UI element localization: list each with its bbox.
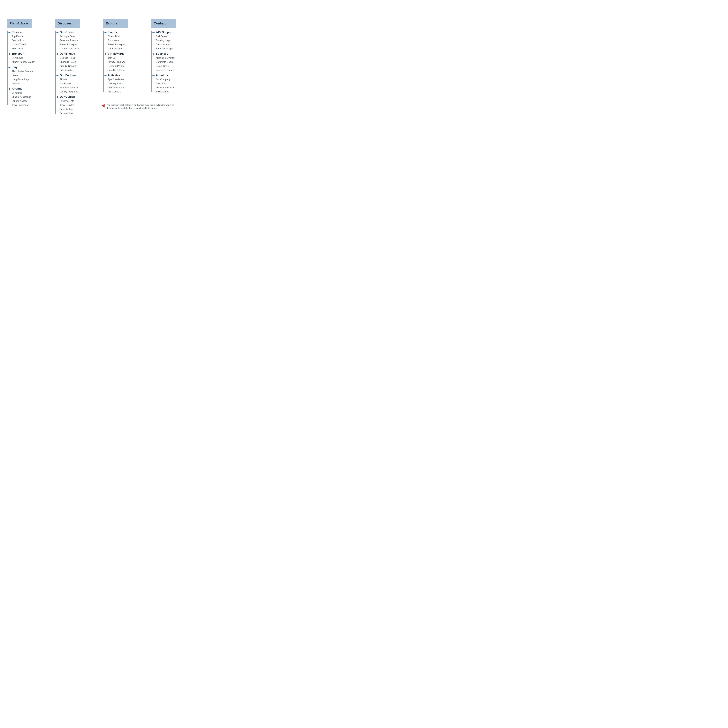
group-items: Rent a Car Airport Transporatation — [12, 56, 48, 64]
list-item: GreenLife — [156, 81, 192, 86]
list-item: Cruises — [12, 81, 48, 86]
group-items: Meeting & Events Corporate Deals Group T… — [156, 56, 192, 72]
list-item: Local Delights — [108, 47, 144, 50]
list-item: Eco-Travel — [12, 47, 48, 50]
group-items: Celestia Hotels Euphoria Hotels Arcadia … — [60, 56, 96, 72]
list-item: Edenia Villas — [60, 68, 96, 72]
column-tree: Events Dine + Drink Excursions Travel Pa… — [103, 31, 144, 94]
group-items: Our Company GreenLife Investor Relations… — [156, 78, 192, 94]
list-item: Packing Tips — [60, 111, 96, 115]
column-plan-book: Plan & Book Reserve Trip Planner Destina… — [7, 19, 48, 109]
column-explore: Explore Events Dine + Drink Excursions T… — [103, 19, 144, 95]
group-items: Airlines Car Rental Frequent Traveler Lo… — [60, 78, 96, 94]
list-item: Seasonal Promos — [60, 38, 96, 43]
group-title: Transport — [12, 52, 48, 55]
group-title: Business — [156, 52, 192, 55]
column-header: Contact — [151, 19, 176, 28]
group-title: Arrange — [12, 87, 48, 90]
list-item: Benefits & Perks — [108, 68, 144, 72]
sitemap-columns: Plan & Book Reserve Trip Planner Destina… — [7, 19, 185, 117]
group-title: Activities — [108, 74, 144, 77]
list-item: Travel Insurance — [12, 103, 48, 107]
group-our-offers: Our Offers Package Deals Seasonal Promos… — [55, 31, 96, 50]
group-vip-rewards: VIP Rewards Join Us Loyalty Program Rede… — [103, 52, 144, 72]
list-item: Join Us — [108, 56, 144, 60]
list-item: Airport Transporatation — [12, 60, 48, 64]
list-item: Arcadia Resorts — [60, 64, 96, 68]
group-items: Concierge Special Assistance Lounge Acce… — [12, 91, 48, 107]
list-item: Meeting & Events — [156, 56, 192, 60]
group-items: Spa & Wellness Culinary Tours Adventure … — [108, 78, 144, 94]
group-items: Family & Pets Travel Guides Security Tip… — [60, 99, 96, 115]
list-item: Dine + Drink — [108, 34, 144, 38]
list-item: Loyalty Programs — [60, 90, 96, 94]
column-tree: Our Offers Package Deals Seasonal Promos… — [55, 31, 96, 115]
list-item: Family & Pets — [60, 99, 96, 103]
annotation-text: The labels of each category and where th… — [107, 103, 180, 110]
list-item: Group Travel — [156, 64, 192, 68]
group-stay: Stay All-Inclusive Resorts Hotels Long-T… — [7, 66, 48, 86]
group-reserve: Reserve Trip Planner Destinations Luxury… — [7, 31, 48, 50]
column-contact: Contact 24/7 Support Call Center Banking… — [151, 19, 192, 95]
list-item: Luxury Travel — [12, 43, 48, 47]
group-title: VIP Rewards — [108, 52, 144, 55]
list-item: Celestia Hotels — [60, 56, 96, 60]
list-item: Culinary Tours — [108, 81, 144, 86]
column-discover: Discover Our Offers Package Deals Season… — [55, 19, 96, 117]
list-item: Concierge — [12, 91, 48, 95]
list-item: Adventure Sports — [108, 86, 144, 90]
list-item: Become a Partner — [156, 68, 192, 72]
list-item: Banking Help — [156, 38, 192, 43]
list-item: Loyalty Program — [108, 60, 144, 64]
list-item: Long-Term Stays — [12, 78, 48, 81]
group-arrange: Arrange Concierge Special Assistance Lou… — [7, 87, 48, 107]
group-title: Our Brands — [60, 52, 96, 55]
list-item: Technical Support — [156, 47, 192, 50]
list-item: Hotels — [12, 73, 48, 78]
group-items: Package Deals Seasonal Promos Travel Pac… — [60, 34, 96, 50]
group-title: Events — [108, 31, 144, 34]
group-items: Dine + Drink Excursions Travel Packages … — [108, 34, 144, 50]
column-header: Discover — [55, 19, 80, 28]
group-activities: Activities Spa & Wellness Culinary Tours… — [103, 74, 144, 94]
group-business: Business Meeting & Events Corporate Deal… — [151, 52, 192, 72]
list-item: News & Blog — [156, 90, 192, 94]
group-title: Our Guides — [60, 95, 96, 98]
list-item: Travel Guides — [60, 103, 96, 107]
group-title: 24/7 Support — [156, 31, 192, 34]
group-support: 24/7 Support Call Center Banking Help Cu… — [151, 31, 192, 50]
column-tree: Reserve Trip Planner Destinations Luxury… — [7, 31, 48, 107]
annotation-note: The labels of each category and where th… — [102, 103, 180, 110]
list-item: Lounge Access — [12, 99, 48, 103]
group-title: Reserve — [12, 31, 48, 34]
list-item: Art & Culture — [108, 90, 144, 94]
group-title: Stay — [12, 66, 48, 69]
column-header: Plan & Book — [7, 19, 32, 28]
list-item: Rent a Car — [12, 56, 48, 60]
group-transport: Transport Rent a Car Airport Transporata… — [7, 52, 48, 64]
group-events: Events Dine + Drink Excursions Travel Pa… — [103, 31, 144, 50]
group-items: Call Center Banking Help Customs Info Te… — [156, 34, 192, 50]
list-item: Our Company — [156, 78, 192, 81]
list-item: Travel Packages — [60, 43, 96, 47]
list-item: Corporate Deals — [156, 60, 192, 64]
group-items: All-Inclusive Resorts Hotels Long-Term S… — [12, 69, 48, 86]
list-item: Package Deals — [60, 34, 96, 38]
group-our-guides: Our Guides Family & Pets Travel Guides S… — [55, 95, 96, 115]
list-item: Call Center — [156, 34, 192, 38]
column-header: Explore — [103, 19, 128, 28]
list-item: Spa & Wellness — [108, 78, 144, 81]
list-item: Investor Relations — [156, 86, 192, 90]
group-our-partners: Our Partners Airlines Car Rental Frequen… — [55, 74, 96, 94]
list-item: Frequent Traveler — [60, 86, 96, 90]
group-our-brands: Our Brands Celestia Hotels Euphoria Hote… — [55, 52, 96, 72]
group-title: Our Offers — [60, 31, 96, 34]
group-about-us: About Us Our Company GreenLife Investor … — [151, 74, 192, 94]
list-item: Travel Packages — [108, 43, 144, 47]
list-item: Excursions — [108, 38, 144, 43]
list-item: Airlines — [60, 78, 96, 81]
list-item: Customs Info — [156, 43, 192, 47]
list-item: Gift & Credit Cards — [60, 47, 96, 50]
list-item: Special Assistance — [12, 95, 48, 99]
list-item: Security Tips — [60, 107, 96, 111]
